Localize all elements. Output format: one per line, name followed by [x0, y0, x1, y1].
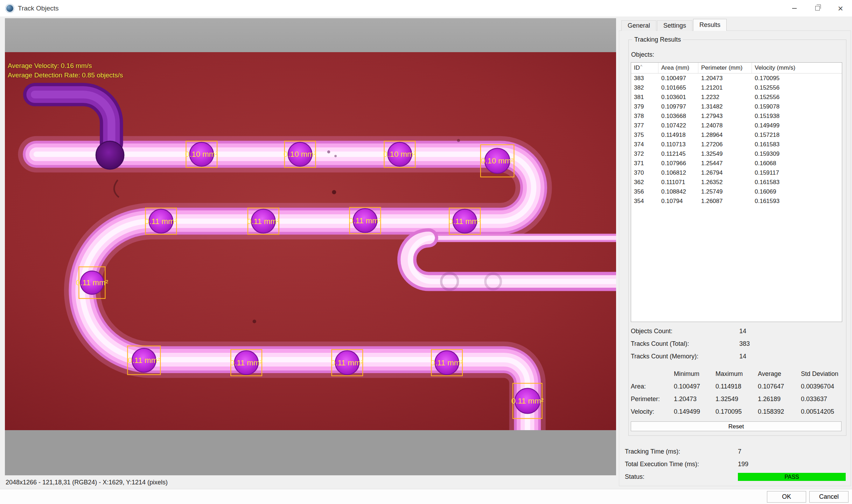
objects-table-body: 3830.1004971.204730.1700953820.1016651.2… [631, 74, 842, 206]
droplet-area-label: 0.11 mm² [331, 358, 363, 367]
image-overlay: Average Velocity: 0.16 mm/s Average Dete… [8, 61, 123, 80]
stats-header-average: Average [758, 370, 801, 378]
track-objects-window: Track Objects × Average Velocity: 0.16 m… [0, 0, 852, 504]
droplet-area-label: 0.10 mm² [185, 150, 218, 159]
camera-image[interactable]: Average Velocity: 0.16 mm/s Average Dete… [5, 52, 616, 430]
stats-velocity-std: 0.00514205 [801, 408, 841, 415]
droplet-area-label: 0.11 mm² [449, 217, 481, 226]
cancel-button[interactable]: Cancel [809, 491, 848, 503]
close-button[interactable]: × [829, 0, 852, 16]
table-row[interactable]: 3560.1088421.257490.16069 [631, 187, 842, 196]
tab-settings[interactable]: Settings [657, 20, 692, 31]
droplet-area-label: 0.11 mm² [145, 217, 177, 226]
tracking-time-row: Tracking Time (ms): 7 [625, 445, 849, 458]
tab-results[interactable]: Results [693, 19, 727, 31]
table-row[interactable]: 3810.1036011.22320.152556 [631, 92, 842, 102]
footer-info: Tracking Time (ms): 7 Total Execution Ti… [625, 445, 849, 483]
objects-table-header: ID ^ Area (mm) Perimeter (mm) Velocity (… [631, 63, 842, 74]
table-row[interactable]: 3830.1004971.204730.170095 [631, 74, 842, 83]
status-row: Status: PASS [625, 470, 849, 483]
droplet-area-label: 0.10 mm² [383, 150, 416, 159]
objects-count-row: Objects Count: 14 [631, 325, 841, 337]
column-header-id[interactable]: ID ^ [631, 63, 658, 73]
stats-table: Minimum Maximum Average Std Deviation Ar… [631, 368, 841, 418]
close-icon: × [838, 4, 843, 13]
table-row[interactable]: 3620.1110711.263520.161583 [631, 177, 842, 187]
image-viewer[interactable]: Average Velocity: 0.16 mm/s Average Dete… [5, 18, 616, 475]
tab-bar: General Settings Results [621, 20, 727, 31]
sort-indicator-icon: ^ [640, 62, 642, 72]
microfluidic-scene: 0.10 mm²0.10 mm²0.10 mm²0.10 mm²0.11 mm²… [5, 52, 616, 430]
tracks-total-row: Tracks Count (Total): 383 [631, 337, 841, 350]
titlebar: Track Objects × [0, 0, 852, 16]
camera-gray-band-bottom [5, 430, 616, 475]
droplet-area-label: 0.11 mm² [230, 358, 263, 367]
tracks-memory-label: Tracks Count (Memory): [631, 353, 739, 360]
droplet-area-label: 0.11 mm² [247, 217, 279, 226]
tracking-time-value: 7 [738, 448, 741, 455]
ok-button[interactable]: OK [767, 491, 806, 503]
stats-velocity-avg: 0.158392 [758, 408, 801, 415]
minimize-icon [792, 8, 797, 9]
minimize-button[interactable] [783, 0, 806, 16]
table-row[interactable]: 3750.1149181.289640.157218 [631, 130, 842, 140]
app-icon [5, 4, 14, 13]
table-row[interactable]: 3780.1036681.279430.151938 [631, 111, 842, 121]
table-row[interactable]: 3820.1016651.212010.152556 [631, 83, 842, 92]
overlay-average-velocity: Average Velocity: 0.16 mm/s [8, 61, 123, 70]
stats-perimeter-avg: 1.26189 [758, 396, 801, 403]
overlay-detection-rate: Average Detection Rate: 0.85 objects/s [8, 70, 123, 80]
tracks-memory-value: 14 [739, 353, 746, 360]
droplet-area-label: 0.11 mm² [349, 216, 381, 225]
stats-perimeter-std: 0.033637 [801, 396, 841, 403]
execution-time-label: Total Execution Time (ms): [625, 461, 738, 468]
table-row[interactable]: 3700.1068121.267940.159117 [631, 168, 842, 177]
execution-time-value: 199 [738, 461, 748, 468]
stats-velocity-min: 0.149499 [674, 408, 715, 415]
secondary-channel [407, 238, 616, 290]
serpentine-channel [36, 154, 534, 430]
stats-perimeter-min: 1.20473 [674, 396, 715, 403]
image-status-text: 2048x1266 - 121,18,31 (RGB24) - X:1629, … [6, 479, 168, 486]
column-header-perimeter[interactable]: Perimeter (mm) [698, 63, 752, 73]
droplet-area-label: 0.11 mm² [431, 358, 463, 367]
tracks-memory-row: Tracks Count (Memory): 14 [631, 350, 841, 363]
table-row[interactable]: 3770.1074221.240780.149499 [631, 121, 842, 130]
window-controls: × [783, 0, 852, 16]
stats-area-std: 0.00396704 [801, 383, 841, 390]
objects-table[interactable]: ID ^ Area (mm) Perimeter (mm) Velocity (… [631, 62, 842, 322]
objects-label: Objects: [631, 51, 654, 58]
tracks-total-value: 383 [739, 340, 750, 348]
tracking-time-label: Tracking Time (ms): [625, 448, 738, 455]
stats-velocity-label: Velocity: [631, 408, 674, 415]
stats-header-std: Std Deviation [801, 370, 841, 378]
table-row[interactable]: 3720.1121451.325490.159309 [631, 149, 842, 159]
maximize-button[interactable] [806, 0, 829, 16]
tab-general[interactable]: General [621, 20, 656, 31]
inlet-droplet-blob [96, 141, 124, 169]
stats-velocity-max: 0.170095 [715, 408, 758, 415]
droplet-area-label: 0.11 mm² [128, 356, 160, 365]
stats-perimeter-label: Perimeter: [631, 396, 674, 403]
counts-block: Objects Count: 14 Tracks Count (Total): … [631, 325, 841, 363]
objects-count-label: Objects Count: [631, 328, 739, 335]
droplet-area-label: 0.10 mm² [284, 150, 316, 159]
stats-area-min: 0.100497 [674, 383, 715, 390]
tracks-total-label: Tracks Count (Total): [631, 340, 739, 348]
droplet-area-label: 0.10 mm² [481, 156, 514, 165]
table-row[interactable]: 3710.1079661.254470.16068 [631, 159, 842, 168]
objects-count-value: 14 [739, 328, 746, 335]
table-row[interactable]: 3540.107941.260870.161593 [631, 196, 842, 206]
table-row[interactable]: 3740.1107131.272060.161583 [631, 140, 842, 149]
table-row[interactable]: 3790.1097971.314820.159078 [631, 102, 842, 111]
column-header-area[interactable]: Area (mm) [658, 63, 698, 73]
stats-area-max: 0.114918 [715, 383, 758, 390]
window-title: Track Objects [18, 5, 59, 12]
status-label: Status: [625, 473, 738, 481]
stats-area-label: Area: [631, 383, 674, 390]
stats-perimeter-max: 1.32549 [715, 396, 758, 403]
reset-button[interactable]: Reset [631, 421, 841, 431]
status-badge: PASS [738, 473, 846, 481]
column-header-velocity[interactable]: Velocity (mm/s) [752, 63, 842, 73]
execution-time-row: Total Execution Time (ms): 199 [625, 458, 849, 470]
